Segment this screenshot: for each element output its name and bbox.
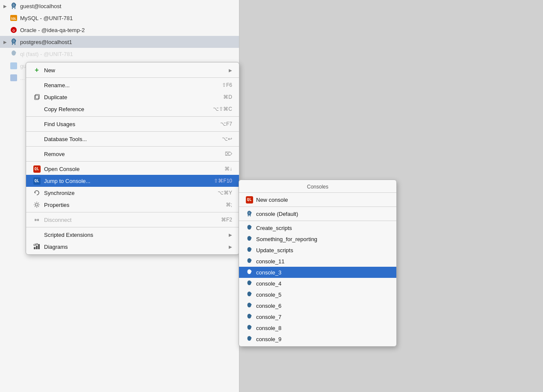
- menu-item-new[interactable]: + New ▶: [26, 64, 239, 76]
- menu-label-copy-ref: Copy Reference: [44, 106, 213, 112]
- svg-point-25: [36, 243, 38, 245]
- svg-point-17: [35, 203, 38, 206]
- separator-3: [26, 131, 239, 132]
- menu-item-find-usages[interactable]: Find Usages ⌥F7: [26, 118, 239, 130]
- svg-rect-12: [10, 62, 17, 69]
- pg-console-3-icon: [245, 269, 254, 276]
- pg-create-scripts-icon: [245, 224, 254, 231]
- pg-icon-2: [9, 38, 18, 46]
- sidebar-item-postgres[interactable]: ▶ postgres@localhost1: [0, 36, 239, 48]
- ql-red-icon: QL: [245, 196, 254, 203]
- submenu-label-console-3: console_3: [256, 269, 281, 276]
- pg-console-6-icon: [245, 302, 254, 309]
- submenu-item-new-console[interactable]: QL New console: [239, 194, 396, 205]
- separator-4: [26, 146, 239, 147]
- sidebar-label-oracle: Oracle - @idea-qa-temp-2: [20, 27, 236, 33]
- plus-green-icon: +: [32, 66, 41, 74]
- svg-text:SQL: SQL: [11, 17, 17, 21]
- sidebar-label-mysql: MySQL - @UNIT-781: [20, 15, 236, 21]
- blue-icon: [9, 62, 18, 70]
- shortcut-open-console: ⌘↓: [224, 166, 232, 172]
- menu-item-scripted-ext[interactable]: Scripted Extensions ▶: [26, 229, 239, 241]
- submenu-item-console-11[interactable]: console_11: [239, 256, 396, 267]
- pg-console-default-icon: [245, 210, 254, 217]
- pg-console-9-icon: [245, 336, 254, 342]
- menu-label-synchronize: Synchronize: [44, 190, 218, 196]
- context-menu: + New ▶ Rename... ⇧F6 Duplicate ⌘D Copy …: [26, 62, 239, 255]
- submenu-item-console-9[interactable]: console_9: [239, 333, 396, 345]
- menu-label-scripted-ext: Scripted Extensions: [44, 232, 225, 238]
- submenu-item-create-scripts[interactable]: Create_scripts: [239, 222, 396, 233]
- menu-item-jump-console[interactable]: QL Jump to Console... ⇧⌘F10: [26, 175, 239, 187]
- shortcut-properties: ⌘;: [226, 202, 232, 208]
- shortcut-duplicate: ⌘D: [223, 94, 232, 100]
- menu-label-open-console: Open Console: [44, 166, 224, 172]
- sidebar-item-extra1[interactable]: ▶ ql (fast) - @UNIT-781: [0, 48, 239, 60]
- expand-arrow-oracle: ▶: [3, 28, 9, 32]
- submenu-arrow-diagrams: ▶: [229, 245, 232, 249]
- pg-update-scripts-icon: [245, 247, 254, 253]
- submenu-label-console-6: console_6: [256, 303, 281, 309]
- menu-item-diagrams[interactable]: Diagrams ▶: [26, 241, 239, 253]
- submenu-label-console-5: console_5: [256, 292, 281, 298]
- menu-item-rename[interactable]: Rename... ⇧F6: [26, 79, 239, 91]
- menu-item-properties[interactable]: Properties ⌘;: [26, 199, 239, 211]
- sidebar-item-oracle[interactable]: ▶ O Oracle - @idea-qa-temp-2: [0, 24, 239, 36]
- expand-arrow-pg: ▶: [3, 40, 9, 44]
- submenu-label-new-console: New console: [256, 197, 288, 203]
- svg-rect-19: [37, 219, 39, 221]
- svg-point-48: [251, 326, 252, 328]
- submenu-item-console-3[interactable]: console_3: [239, 267, 396, 278]
- submenu-label-console-4: console_4: [256, 280, 281, 287]
- submenu-item-console-5[interactable]: console_5: [239, 289, 396, 300]
- submenu-header: Consoles: [239, 182, 396, 193]
- submenu-item-console-default[interactable]: console (Default): [239, 208, 396, 219]
- separator-1: [26, 77, 239, 78]
- submenu-label-update-scripts: Update_scripts: [256, 247, 293, 253]
- menu-label-remove: Remove: [44, 151, 225, 157]
- menu-label-new: New: [44, 67, 225, 74]
- menu-item-remove[interactable]: Remove ⌦: [26, 148, 239, 160]
- svg-point-34: [251, 248, 252, 250]
- separator-6: [26, 212, 239, 212]
- menu-item-open-console[interactable]: QL Open Console ⌘↓: [26, 163, 239, 175]
- submenu-label-console-7: console_7: [256, 314, 281, 320]
- submenu-label-console-8: console_8: [256, 325, 281, 331]
- sync-icon: [32, 189, 41, 196]
- submenu-item-console-6[interactable]: console_6: [239, 300, 396, 311]
- sidebar-item-guest[interactable]: ▶ guest@localhost: [0, 0, 239, 12]
- menu-label-disconnect: Disconnect: [44, 217, 221, 223]
- sidebar-label-guest: guest@localhost: [20, 3, 236, 9]
- submenu-item-something-reporting[interactable]: Something_for_reporting: [239, 233, 396, 245]
- submenu-sep-1: [239, 206, 396, 207]
- submenu-item-console-7[interactable]: console_7: [239, 311, 396, 322]
- shortcut-copy-ref: ⌥⇧⌘C: [213, 106, 232, 112]
- svg-rect-21: [34, 247, 35, 249]
- pg-icon: [9, 2, 18, 10]
- mysql-icon: SQL: [9, 14, 18, 22]
- menu-label-properties: Properties: [44, 202, 226, 208]
- ql-icon-jump: QL: [32, 177, 41, 185]
- diagrams-icon: [32, 243, 41, 250]
- sidebar-label-postgres: postgres@localhost1: [20, 39, 236, 45]
- menu-label-diagrams: Diagrams: [44, 244, 225, 250]
- submenu-item-update-scripts[interactable]: Update_scripts: [239, 245, 396, 256]
- menu-item-db-tools[interactable]: Database Tools... ⌥↩: [26, 133, 239, 145]
- submenu-label-console-default: console (Default): [256, 211, 298, 217]
- menu-item-synchronize[interactable]: Synchronize ⌥⌘Y: [26, 187, 239, 199]
- shortcut-disconnect: ⌘F2: [221, 217, 232, 223]
- svg-point-28: [251, 212, 252, 214]
- svg-rect-23: [38, 244, 40, 249]
- pg-icon-3: [9, 50, 18, 58]
- menu-item-duplicate[interactable]: Duplicate ⌘D: [26, 91, 239, 103]
- menu-item-disconnect[interactable]: Disconnect ⌘F2: [26, 214, 239, 226]
- shortcut-synchronize: ⌥⌘Y: [218, 190, 232, 196]
- shortcut-db-tools: ⌥↩: [222, 136, 232, 142]
- submenu-item-console-4[interactable]: console_4: [239, 278, 396, 289]
- submenu-item-console-8[interactable]: console_8: [239, 322, 396, 333]
- submenu-sep-2: [239, 221, 396, 221]
- sidebar-item-mysql[interactable]: ▶ SQL MySQL - @UNIT-781: [0, 12, 239, 24]
- menu-item-copy-ref[interactable]: Copy Reference ⌥⇧⌘C: [26, 103, 239, 115]
- menu-label-jump-console: Jump to Console...: [44, 178, 214, 184]
- ql-icon-open: QL: [32, 165, 41, 173]
